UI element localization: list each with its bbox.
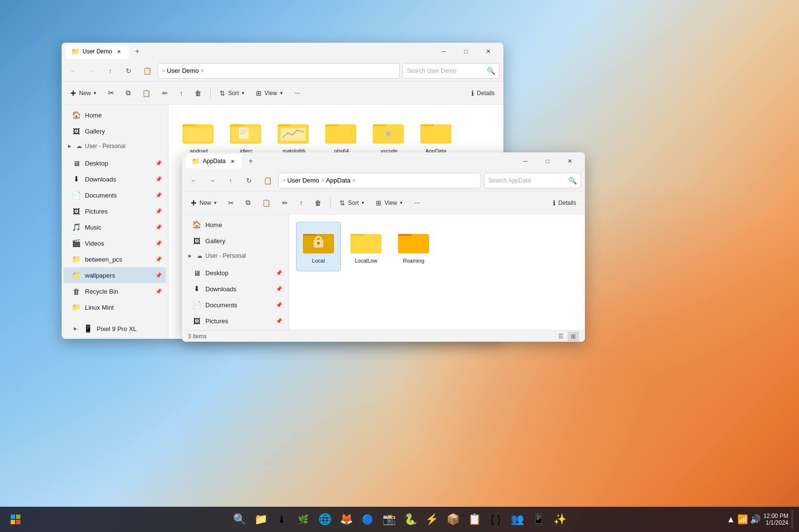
taskbar-firefox[interactable]: 🦊 [336,510,356,529]
up-button[interactable]: ↑ [102,63,118,79]
file-item-local[interactable]: Local [297,222,340,271]
sidebar-item-pictures-appdata[interactable]: 🖼 Pictures 📌 [184,313,286,329]
back-button-appdata[interactable]: ← [186,173,201,188]
sidebar-item-gallery-appdata[interactable]: 🖼 Gallery [184,233,286,249]
rename-button-appdata[interactable]: ✏ [277,195,293,211]
taskbar-clock[interactable]: 12:00 PM 1/1/2024 [764,513,788,526]
maximize-button[interactable]: □ [455,44,477,59]
copy-button-appdata[interactable]: ⧉ [241,195,255,211]
taskbar-clipboard[interactable]: 📋 [465,510,484,529]
taskbar-users[interactable]: 👥 [507,510,527,529]
taskbar-python[interactable]: 🐍 [400,510,420,529]
search-box-appdata[interactable]: Search AppData 🔍 [484,173,581,188]
tab-appdata[interactable]: 📁 AppData ✕ [186,154,242,168]
taskbar-thermometer[interactable]: 🌡 [272,510,292,529]
sidebar-item-home[interactable]: 🏠 Home [64,107,166,123]
minimize-button-appdata[interactable]: ─ [514,153,536,169]
start-button[interactable] [6,510,25,529]
taskbar-chrome[interactable]: 🔵 [358,510,377,529]
file-item-roaming[interactable]: Roaming [392,222,435,271]
list-view-button[interactable]: ☰ [555,332,566,341]
sidebar-item-videos[interactable]: 🎬 Videos 📌 [64,235,166,251]
breadcrumb-appdata[interactable]: > User Demo > AppData > [278,173,481,188]
sort-button-appdata[interactable]: ⇅ Sort ▾ [334,195,369,211]
sidebar-item-device[interactable]: ▶ 📱 Pixel 9 Pro XL [64,320,166,337]
sidebar-item-linux-mint[interactable]: 📁 Linux Mint [64,299,166,315]
sidebar-item-personal-appdata[interactable]: ▶ ☁ User - Personal [182,249,288,263]
search-box[interactable]: Search User Demo 🔍 [402,63,499,79]
delete-button-appdata[interactable]: 🗑 [310,195,326,211]
file-item-locallow[interactable]: LocalLow [344,222,388,271]
breadcrumb-user-demo[interactable]: User Demo [167,67,199,74]
taskbar-phone[interactable]: 📱 [529,510,548,529]
taskbar-camera[interactable]: 📸 [379,510,399,529]
paste-button-appdata[interactable]: 📋 [257,195,275,211]
paste-button[interactable]: 📋 [137,85,155,101]
view-button-appdata[interactable]: ⊞ View ▾ [371,195,407,211]
sidebar-item-recycle-bin[interactable]: 🗑 Recycle Bin 📌 [64,283,166,299]
rename-button[interactable]: ✏ [157,85,173,101]
location-button[interactable]: 📋 [139,63,155,79]
new-tab-button-appdata[interactable]: + [244,154,258,168]
sidebar-item-downloads[interactable]: ⬇ Downloads 📌 [64,171,166,187]
sidebar-item-home-appdata[interactable]: 🏠 Home [184,217,286,233]
folder-icon-android [183,119,214,145]
back-button[interactable]: ← [66,63,81,79]
more-options-button-appdata[interactable]: ⋯ [409,195,425,211]
refresh-button[interactable]: ↻ [121,63,136,79]
forward-button[interactable]: → [84,63,100,79]
copy-button[interactable]: ⧉ [121,85,135,101]
breadcrumb[interactable]: > User Demo > [158,63,400,79]
sidebar-item-documents-appdata[interactable]: 📄 Documents 📌 [184,297,286,313]
tab-close-button-appdata[interactable]: ✕ [229,157,236,165]
cut-button-appdata[interactable]: ✂ [223,195,239,211]
taskbar-package[interactable]: 📦 [443,510,463,529]
taskbar-file-explorer[interactable]: 📁 [251,510,270,529]
refresh-button-appdata[interactable]: ↻ [241,173,257,188]
forward-button-appdata[interactable]: → [204,173,220,188]
sidebar-item-pictures[interactable]: 🖼 Pictures 📌 [64,203,166,219]
close-button-appdata[interactable]: ✕ [559,153,581,169]
tab-close-button[interactable]: ✕ [115,48,123,55]
up-button-appdata[interactable]: ↑ [223,173,238,188]
sidebar-label-gallery-appdata: Gallery [205,237,225,245]
cut-button[interactable]: ✂ [103,85,119,101]
view-button[interactable]: ⊞ View ▾ [251,85,287,101]
tab-user-demo[interactable]: 📁 User Demo ✕ [66,44,129,59]
taskbar-search[interactable]: 🔍 [230,510,249,529]
share-button-appdata[interactable]: ↑ [295,195,308,211]
new-button[interactable]: ✚ New ▾ [66,85,101,101]
new-button-appdata[interactable]: ✚ New ▾ [186,195,221,211]
sidebar-item-personal[interactable]: ▶ ☁ User - Personal [62,139,168,153]
details-button[interactable]: ℹ Details [466,85,499,101]
sidebar-item-gallery[interactable]: 🖼 Gallery [64,123,166,139]
sidebar-item-music[interactable]: 🎵 Music 📌 [64,219,166,235]
taskbar-linux[interactable]: 🌿 [294,510,313,529]
details-button-appdata[interactable]: ℹ Details [548,195,581,211]
taskbar-edge[interactable]: 🌐 [315,510,334,529]
sidebar-item-desktop[interactable]: 🖥 Desktop 📌 [64,155,166,171]
file-area-appdata[interactable]: Local LocalLow [289,215,585,330]
sidebar-item-downloads-appdata[interactable]: ⬇ Downloads 📌 [184,281,286,297]
delete-button[interactable]: 🗑 [190,85,206,101]
share-button[interactable]: ↑ [175,85,188,101]
breadcrumb-user-demo-appdata[interactable]: User Demo [287,177,319,184]
close-button[interactable]: ✕ [477,44,499,59]
taskbar-system-tray[interactable]: ▲ 📶 🔊 [727,514,761,525]
sidebar-item-documents[interactable]: 📄 Documents 📌 [64,187,166,203]
sort-button[interactable]: ⇅ Sort ▾ [215,85,249,101]
sidebar-item-desktop-appdata[interactable]: 🖥 Desktop 📌 [184,265,286,281]
maximize-button-appdata[interactable]: □ [536,153,559,169]
taskbar-terminal[interactable]: ⚡ [422,510,441,529]
taskbar-sparkle[interactable]: ✨ [550,510,569,529]
minimize-button[interactable]: ─ [433,44,455,59]
sidebar-item-between-pcs[interactable]: 📁 between_pcs 📌 [64,251,166,267]
show-desktop-button[interactable] [791,510,793,529]
sidebar-item-wallpapers[interactable]: 📁 wallpapers 📌 [64,267,166,283]
location-button-appdata[interactable]: 📋 [260,173,275,188]
breadcrumb-appdata[interactable]: AppData [326,177,350,184]
taskbar-code[interactable]: { } [486,510,505,529]
new-tab-button[interactable]: + [131,45,144,58]
more-options-button[interactable]: ⋯ [289,85,305,101]
grid-view-button[interactable]: ⊞ [567,332,579,341]
